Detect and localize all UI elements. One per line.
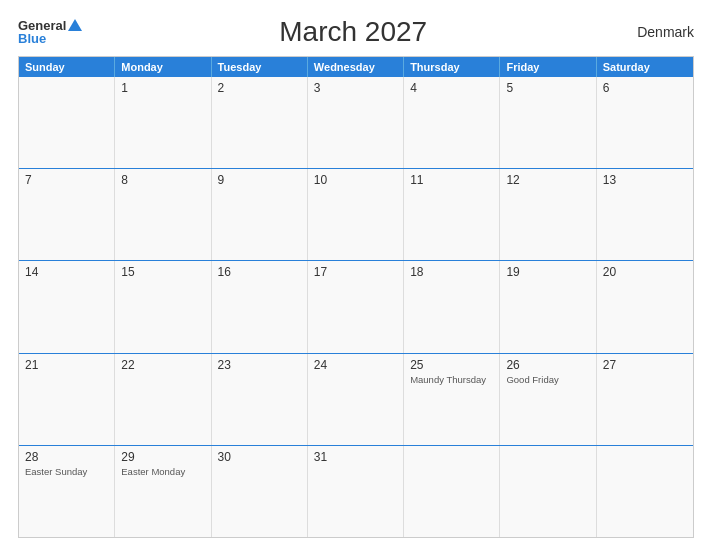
- calendar-day-cell: [404, 446, 500, 537]
- logo-blue-text: Blue: [18, 32, 46, 45]
- day-number: 21: [25, 358, 108, 372]
- holiday-name: Easter Sunday: [25, 466, 108, 477]
- calendar-header-row: SundayMondayTuesdayWednesdayThursdayFrid…: [19, 57, 693, 77]
- calendar-day-cell: [597, 446, 693, 537]
- day-number: 29: [121, 450, 204, 464]
- day-number: 23: [218, 358, 301, 372]
- calendar-day-cell: 17: [308, 261, 404, 352]
- day-number: 2: [218, 81, 301, 95]
- calendar-day-cell: 23: [212, 354, 308, 445]
- header: General Blue March 2027 Denmark: [18, 16, 694, 48]
- calendar-day-cell: 8: [115, 169, 211, 260]
- calendar-day-cell: 30: [212, 446, 308, 537]
- day-number: 17: [314, 265, 397, 279]
- calendar-day-cell: 15: [115, 261, 211, 352]
- day-number: 5: [506, 81, 589, 95]
- calendar-day-cell: 29Easter Monday: [115, 446, 211, 537]
- day-number: 8: [121, 173, 204, 187]
- calendar-day-cell: 13: [597, 169, 693, 260]
- day-number: 22: [121, 358, 204, 372]
- day-number: 30: [218, 450, 301, 464]
- calendar-day-cell: 1: [115, 77, 211, 168]
- calendar-day-cell: 24: [308, 354, 404, 445]
- day-number: 3: [314, 81, 397, 95]
- calendar-day-cell: 14: [19, 261, 115, 352]
- calendar-day-cell: 9: [212, 169, 308, 260]
- calendar-title: March 2027: [82, 16, 624, 48]
- calendar-day-cell: 21: [19, 354, 115, 445]
- calendar-week-row: 123456: [19, 77, 693, 169]
- holiday-name: Maundy Thursday: [410, 374, 493, 385]
- calendar-header-cell: Thursday: [404, 57, 500, 77]
- calendar-day-cell: 27: [597, 354, 693, 445]
- day-number: 16: [218, 265, 301, 279]
- calendar-header-cell: Tuesday: [212, 57, 308, 77]
- day-number: 10: [314, 173, 397, 187]
- day-number: 31: [314, 450, 397, 464]
- calendar-day-cell: [19, 77, 115, 168]
- day-number: 11: [410, 173, 493, 187]
- calendar-day-cell: 6: [597, 77, 693, 168]
- calendar-body: 1234567891011121314151617181920212223242…: [19, 77, 693, 537]
- day-number: 14: [25, 265, 108, 279]
- day-number: 28: [25, 450, 108, 464]
- day-number: 4: [410, 81, 493, 95]
- calendar-day-cell: 5: [500, 77, 596, 168]
- calendar-day-cell: [500, 446, 596, 537]
- calendar-day-cell: 2: [212, 77, 308, 168]
- calendar-header-cell: Sunday: [19, 57, 115, 77]
- calendar: SundayMondayTuesdayWednesdayThursdayFrid…: [18, 56, 694, 538]
- logo-triangle-icon: [68, 19, 82, 31]
- day-number: 26: [506, 358, 589, 372]
- calendar-day-cell: 22: [115, 354, 211, 445]
- calendar-day-cell: 3: [308, 77, 404, 168]
- calendar-day-cell: 20: [597, 261, 693, 352]
- calendar-day-cell: 10: [308, 169, 404, 260]
- calendar-day-cell: 18: [404, 261, 500, 352]
- day-number: 24: [314, 358, 397, 372]
- calendar-week-row: 28Easter Sunday29Easter Monday3031: [19, 446, 693, 537]
- day-number: 18: [410, 265, 493, 279]
- calendar-header-cell: Friday: [500, 57, 596, 77]
- day-number: 1: [121, 81, 204, 95]
- page: General Blue March 2027 Denmark SundayMo…: [0, 0, 712, 550]
- calendar-day-cell: 7: [19, 169, 115, 260]
- calendar-day-cell: 19: [500, 261, 596, 352]
- holiday-name: Good Friday: [506, 374, 589, 385]
- day-number: 19: [506, 265, 589, 279]
- day-number: 12: [506, 173, 589, 187]
- day-number: 13: [603, 173, 687, 187]
- calendar-header-cell: Monday: [115, 57, 211, 77]
- calendar-week-row: 14151617181920: [19, 261, 693, 353]
- day-number: 27: [603, 358, 687, 372]
- day-number: 20: [603, 265, 687, 279]
- calendar-day-cell: 28Easter Sunday: [19, 446, 115, 537]
- day-number: 25: [410, 358, 493, 372]
- country-label: Denmark: [624, 24, 694, 40]
- calendar-day-cell: 4: [404, 77, 500, 168]
- calendar-week-row: 78910111213: [19, 169, 693, 261]
- calendar-day-cell: 11: [404, 169, 500, 260]
- logo: General Blue: [18, 19, 82, 45]
- calendar-day-cell: 26Good Friday: [500, 354, 596, 445]
- day-number: 15: [121, 265, 204, 279]
- calendar-day-cell: 25Maundy Thursday: [404, 354, 500, 445]
- calendar-header-cell: Wednesday: [308, 57, 404, 77]
- calendar-day-cell: 16: [212, 261, 308, 352]
- day-number: 7: [25, 173, 108, 187]
- calendar-week-row: 2122232425Maundy Thursday26Good Friday27: [19, 354, 693, 446]
- calendar-day-cell: 12: [500, 169, 596, 260]
- day-number: 6: [603, 81, 687, 95]
- calendar-header-cell: Saturday: [597, 57, 693, 77]
- holiday-name: Easter Monday: [121, 466, 204, 477]
- day-number: 9: [218, 173, 301, 187]
- calendar-day-cell: 31: [308, 446, 404, 537]
